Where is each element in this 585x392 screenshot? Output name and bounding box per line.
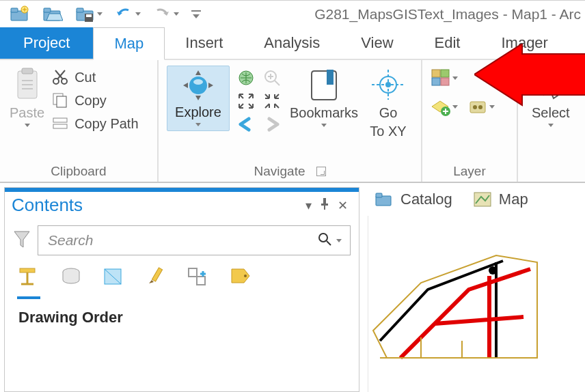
lower-area: Contents ▾ ✕ Drawing Order (0, 183, 585, 392)
svg-rect-22 (53, 124, 67, 128)
chevron-down-icon (321, 124, 327, 127)
toc-tab-labeling[interactable] (229, 266, 252, 299)
cut-button[interactable]: Cut (50, 66, 139, 89)
pane-menu-icon[interactable]: ▾ (301, 198, 316, 213)
tab-edit[interactable]: Edit (414, 27, 481, 59)
svg-point-24 (193, 79, 203, 85)
tab-insert[interactable]: Insert (165, 27, 243, 59)
zoom-out-arrows-icon[interactable] (262, 92, 282, 111)
bookmarks-button[interactable]: Bookmarks (284, 63, 364, 128)
toc-tab-source[interactable] (59, 266, 83, 299)
copy-path-button[interactable]: Copy Path (50, 112, 139, 135)
toc-tab-editing[interactable] (144, 266, 167, 299)
chevron-down-icon (195, 123, 201, 126)
svg-rect-53 (152, 268, 162, 281)
pane-close-icon[interactable]: ✕ (334, 198, 352, 213)
quick-access-toolbar: G281_MapsGISText_Images - Map1 - Arc (0, 0, 585, 27)
toc-tab-snapping[interactable] (187, 266, 210, 299)
toc-tab-drawing-order[interactable] (17, 266, 40, 299)
qat-customize-icon[interactable] (191, 9, 201, 20)
svg-point-42 (478, 105, 482, 109)
view-tab-catalog[interactable]: Catalog (375, 191, 452, 208)
go-to-xy-button[interactable]: Go To XY (364, 63, 413, 141)
tab-view[interactable]: View (340, 27, 413, 59)
svg-rect-55 (197, 277, 205, 285)
open-project-icon[interactable] (42, 5, 63, 23)
svg-point-41 (473, 105, 477, 109)
map-canvas[interactable] (368, 216, 585, 392)
svg-rect-1 (11, 8, 18, 12)
layer-group-label: Layer (426, 163, 513, 182)
group-selection: Select (518, 60, 585, 182)
svg-point-58 (244, 275, 247, 277)
tab-project[interactable]: Project (0, 27, 93, 59)
new-project-icon[interactable] (10, 5, 30, 23)
drawing-order-heading: Drawing Order (5, 299, 359, 336)
search-icon[interactable] (317, 232, 332, 249)
save-project-icon[interactable] (75, 5, 103, 23)
svg-point-62 (489, 266, 497, 275)
add-data-icon[interactable] (431, 97, 458, 116)
svg-rect-37 (432, 78, 440, 85)
redo-icon[interactable] (153, 6, 179, 23)
undo-icon[interactable] (115, 6, 141, 23)
contents-title: Contents (12, 195, 301, 216)
previous-extent-icon[interactable] (236, 115, 256, 134)
right-area: Catalog Map (368, 183, 585, 392)
contents-pane: Contents ▾ ✕ Drawing Order (4, 187, 359, 392)
go-to-xy-label1: Go (379, 105, 398, 121)
svg-rect-35 (432, 70, 440, 77)
group-clipboard: Paste Cut Copy Copy Path Clipboard (0, 60, 159, 182)
svg-rect-4 (44, 8, 51, 12)
paste-button[interactable]: Paste (4, 63, 50, 128)
copy-label: Copy (74, 93, 107, 109)
contents-search-row (5, 219, 359, 262)
chevron-down-icon (25, 124, 30, 127)
full-extent-icon[interactable] (236, 68, 256, 87)
svg-rect-38 (441, 78, 449, 85)
svg-rect-6 (77, 8, 83, 12)
add-preset-icon[interactable] (467, 97, 495, 116)
clipboard-group-label: Clipboard (4, 163, 153, 182)
fixed-zoom-in-icon[interactable] (262, 68, 282, 87)
basemap-icon[interactable] (431, 68, 458, 87)
svg-rect-61 (474, 193, 491, 206)
next-extent-icon[interactable] (262, 115, 282, 134)
select-label: Select (532, 105, 570, 121)
svg-rect-60 (376, 193, 382, 197)
svg-rect-54 (189, 268, 197, 277)
contents-search-box[interactable] (38, 225, 351, 255)
pane-pin-icon[interactable] (316, 197, 334, 213)
zoom-in-arrows-icon[interactable] (236, 92, 256, 111)
tab-analysis[interactable]: Analysis (243, 27, 340, 59)
chevron-down-icon[interactable] (336, 239, 342, 242)
view-tab-map[interactable]: Map (473, 191, 528, 208)
svg-point-23 (189, 76, 207, 94)
contents-search-input[interactable] (46, 232, 317, 249)
cut-label: Cut (74, 70, 96, 85)
view-tab-strip: Catalog Map (368, 183, 585, 216)
copy-path-label: Copy Path (74, 116, 138, 132)
view-tab-map-label: Map (499, 191, 528, 208)
svg-rect-44 (321, 204, 328, 206)
toc-tab-selection[interactable] (102, 266, 125, 299)
svg-point-34 (385, 82, 391, 87)
svg-rect-40 (470, 102, 485, 113)
select-button[interactable]: Select (522, 63, 575, 128)
group-navigate: Explore Book (159, 60, 422, 182)
chevron-down-icon (548, 124, 554, 127)
contents-header: Contents ▾ ✕ (5, 192, 359, 219)
svg-line-27 (275, 81, 280, 85)
tab-imagery[interactable]: Imager (480, 27, 568, 59)
svg-line-47 (327, 241, 331, 245)
group-layer: Layer (422, 60, 518, 182)
svg-rect-21 (53, 118, 67, 122)
view-tab-catalog-label: Catalog (400, 191, 452, 208)
app-title: G281_MapsGISText_Images - Map1 - Arc (213, 6, 585, 23)
dialog-launcher-icon[interactable] (316, 167, 326, 176)
tab-map[interactable]: Map (93, 27, 165, 60)
copy-button[interactable]: Copy (50, 89, 139, 112)
explore-button[interactable]: Explore (167, 66, 230, 131)
explore-label: Explore (175, 104, 221, 120)
filter-icon[interactable] (13, 229, 31, 252)
